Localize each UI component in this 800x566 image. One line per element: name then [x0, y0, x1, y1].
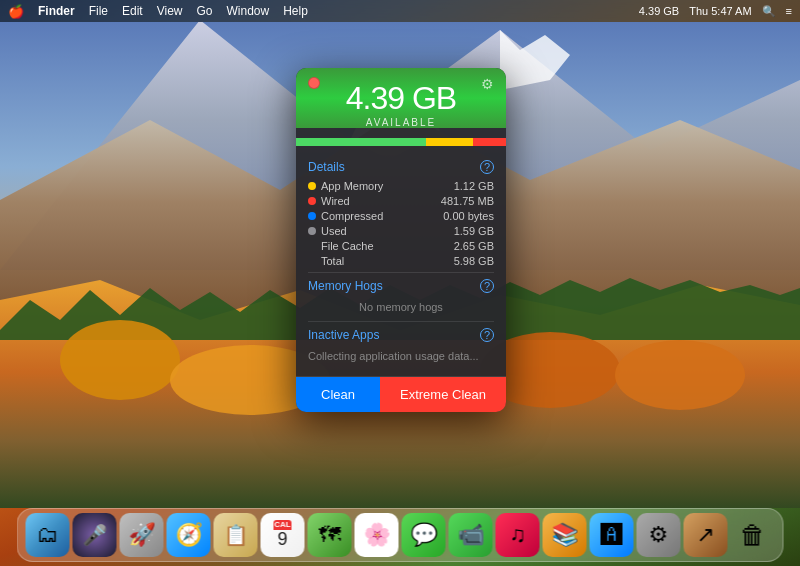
detail-row-compressed: Compressed 0.00 bytes	[308, 208, 494, 223]
menubar-edit[interactable]: Edit	[122, 4, 143, 18]
memory-sublabel: AVAILABLE	[310, 117, 492, 128]
label-app-memory: App Memory	[321, 180, 383, 192]
panel-header: ⚙ 4.39 GB AVAILABLE	[296, 68, 506, 128]
detail-row-app-memory: App Memory 1.12 GB	[308, 178, 494, 193]
menubar-help[interactable]: Help	[283, 4, 308, 18]
menubar-window[interactable]: Window	[227, 4, 270, 18]
memory-color-bar	[296, 138, 506, 146]
value-file-cache: 2.65 GB	[454, 240, 494, 252]
memory-value: 4.39 GB	[310, 80, 492, 117]
battery-indicator: 4.39 GB	[639, 5, 679, 17]
dot-wired	[308, 197, 316, 205]
dock-icon-calendar[interactable]: CAL 9	[261, 513, 305, 557]
memory-hogs-title: Memory Hogs	[308, 279, 383, 293]
value-total: 5.98 GB	[454, 255, 494, 267]
details-help-icon[interactable]: ?	[480, 160, 494, 174]
dock-icon-messages[interactable]: 💬	[402, 513, 446, 557]
inactive-apps-section-header: Inactive Apps ?	[308, 328, 494, 342]
inactive-apps-help-icon[interactable]: ?	[480, 328, 494, 342]
detail-row-used: Used 1.59 GB	[308, 223, 494, 238]
dock-icon-ibooks[interactable]: 📚	[543, 513, 587, 557]
dock: 🗂 🎤 🚀 🧭 📋 CAL 9 🗺 🌸 💬 📹 ♫ 📚	[17, 508, 784, 562]
collecting-message: Collecting application usage data...	[308, 346, 494, 368]
svg-marker-3	[500, 30, 570, 90]
divider-1	[308, 272, 494, 273]
svg-point-8	[60, 320, 180, 400]
detail-row-total: Total 5.98 GB	[308, 253, 494, 268]
dock-icon-facetime[interactable]: 📹	[449, 513, 493, 557]
traffic-light-close[interactable]	[308, 77, 320, 89]
value-app-memory: 1.12 GB	[454, 180, 494, 192]
menubar-left: 🍎 Finder File Edit View Go Window Help	[8, 4, 308, 19]
dock-icon-appstore[interactable]: 🅰	[590, 513, 634, 557]
details-title: Details	[308, 160, 345, 174]
gear-button[interactable]: ⚙	[481, 76, 494, 92]
bar-available	[296, 138, 426, 146]
dock-icon-trash[interactable]: 🗑	[731, 513, 775, 557]
dot-compressed	[308, 212, 316, 220]
dock-icon-safari[interactable]: 🧭	[167, 513, 211, 557]
dock-icon-finder[interactable]: 🗂	[26, 513, 70, 557]
divider-2	[308, 321, 494, 322]
inactive-apps-title: Inactive Apps	[308, 328, 379, 342]
bar-app-memory	[473, 138, 506, 146]
menubar-go[interactable]: Go	[197, 4, 213, 18]
dot-app-memory	[308, 182, 316, 190]
menubar-finder[interactable]: Finder	[38, 4, 75, 18]
memory-hogs-section-header: Memory Hogs ?	[308, 279, 494, 293]
bar-used	[426, 138, 473, 146]
panel-buttons: Clean Extreme Clean	[296, 376, 506, 412]
label-used: Used	[321, 225, 347, 237]
svg-point-11	[615, 340, 745, 410]
details-section-header: Details ?	[308, 160, 494, 174]
detail-row-wired: Wired 481.75 MB	[308, 193, 494, 208]
dot-used	[308, 227, 316, 235]
search-icon[interactable]: 🔍	[762, 5, 776, 18]
clock: Thu 5:47 AM	[689, 5, 751, 17]
no-hogs-message: No memory hogs	[308, 297, 494, 317]
menubar: 🍎 Finder File Edit View Go Window Help 4…	[0, 0, 800, 22]
label-file-cache: File Cache	[321, 240, 374, 252]
memory-hogs-help-icon[interactable]: ?	[480, 279, 494, 293]
label-total: Total	[321, 255, 344, 267]
value-wired: 481.75 MB	[441, 195, 494, 207]
notification-icon[interactable]: ≡	[786, 5, 792, 17]
dock-icon-launchpad[interactable]: 🚀	[120, 513, 164, 557]
memory-panel: ⚙ 4.39 GB AVAILABLE Details ? App Memory…	[296, 68, 506, 412]
value-compressed: 0.00 bytes	[443, 210, 494, 222]
apple-menu[interactable]: 🍎	[8, 4, 24, 19]
detail-row-file-cache: File Cache 2.65 GB	[308, 238, 494, 253]
dock-icon-photos[interactable]: 🌸	[355, 513, 399, 557]
label-wired: Wired	[321, 195, 350, 207]
menubar-right: 4.39 GB Thu 5:47 AM 🔍 ≡	[639, 5, 792, 18]
panel-body: Details ? App Memory 1.12 GB Wired 481.7…	[296, 146, 506, 376]
clean-button[interactable]: Clean	[296, 377, 380, 412]
dock-icon-itunes[interactable]: ♫	[496, 513, 540, 557]
dock-icon-siri[interactable]: 🎤	[73, 513, 117, 557]
menubar-file[interactable]: File	[89, 4, 108, 18]
menubar-view[interactable]: View	[157, 4, 183, 18]
value-used: 1.59 GB	[454, 225, 494, 237]
label-compressed: Compressed	[321, 210, 383, 222]
dock-icon-maps[interactable]: 🗺	[308, 513, 352, 557]
dock-icon-notefile[interactable]: 📋	[214, 513, 258, 557]
extreme-clean-button[interactable]: Extreme Clean	[380, 377, 506, 412]
dock-icon-migration[interactable]: ↗	[684, 513, 728, 557]
dock-icon-system-preferences[interactable]: ⚙	[637, 513, 681, 557]
